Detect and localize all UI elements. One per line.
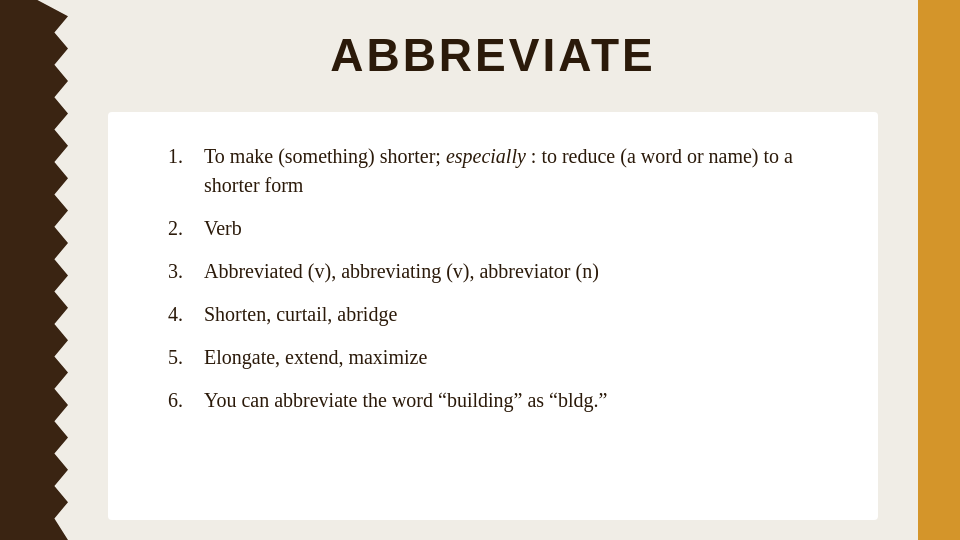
item-text-1: To make (something) shorter; especially … — [204, 142, 828, 200]
italic-text-1: especially — [446, 145, 526, 167]
list-item: 6. You can abbreviate the word “building… — [168, 386, 828, 415]
list-item: 2. Verb — [168, 214, 828, 243]
left-decorative-strip — [0, 0, 68, 540]
item-text-4: Shorten, curtail, abridge — [204, 300, 828, 329]
item-number-3: 3. — [168, 257, 204, 286]
right-decorative-strip — [918, 0, 960, 540]
item-number-5: 5. — [168, 343, 204, 372]
item-number-2: 2. — [168, 214, 204, 243]
content-area: 1. To make (something) shorter; especial… — [108, 112, 878, 520]
title-area: ABBREVIATE — [108, 0, 878, 112]
list-item: 4. Shorten, curtail, abridge — [168, 300, 828, 329]
item-number-4: 4. — [168, 300, 204, 329]
item-text-2: Verb — [204, 214, 828, 243]
list-item: 1. To make (something) shorter; especial… — [168, 142, 828, 200]
page-title: ABBREVIATE — [108, 28, 878, 82]
item-text-3: Abbreviated (v), abbreviating (v), abbre… — [204, 257, 828, 286]
definition-list: 1. To make (something) shorter; especial… — [168, 142, 828, 415]
list-item: 5. Elongate, extend, maximize — [168, 343, 828, 372]
item-text-6: You can abbreviate the word “building” a… — [204, 386, 828, 415]
list-item: 3. Abbreviated (v), abbreviating (v), ab… — [168, 257, 828, 286]
item-text-5: Elongate, extend, maximize — [204, 343, 828, 372]
item-number-1: 1. — [168, 142, 204, 171]
main-content: ABBREVIATE 1. To make (something) shorte… — [68, 0, 918, 540]
item-number-6: 6. — [168, 386, 204, 415]
page: ABBREVIATE 1. To make (something) shorte… — [0, 0, 960, 540]
